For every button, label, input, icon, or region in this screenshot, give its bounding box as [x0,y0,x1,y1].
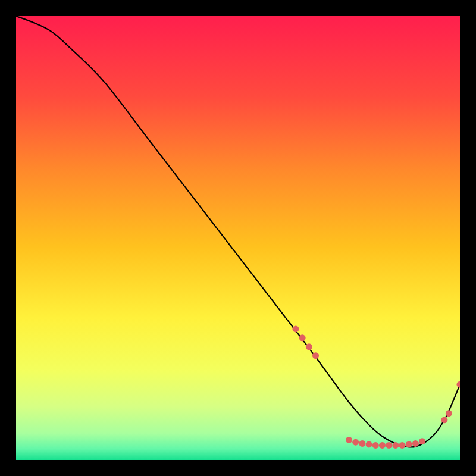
data-marker [292,325,299,332]
chart-background [16,16,460,460]
data-marker [406,441,412,447]
data-marker [441,416,447,423]
data-marker [372,442,379,449]
data-marker [299,334,306,341]
data-marker [419,438,425,444]
data-marker [446,410,452,416]
data-marker [386,442,392,449]
data-marker [352,439,359,446]
data-marker [306,343,312,350]
data-marker [359,440,365,447]
chart-plot-area [16,16,460,460]
data-marker [379,442,386,449]
data-marker [366,441,372,447]
chart-svg [16,16,460,460]
data-marker [412,440,419,447]
data-marker [392,442,399,449]
data-marker [312,352,319,359]
data-marker [346,437,352,443]
chart-frame [0,0,476,476]
data-marker [399,442,406,449]
